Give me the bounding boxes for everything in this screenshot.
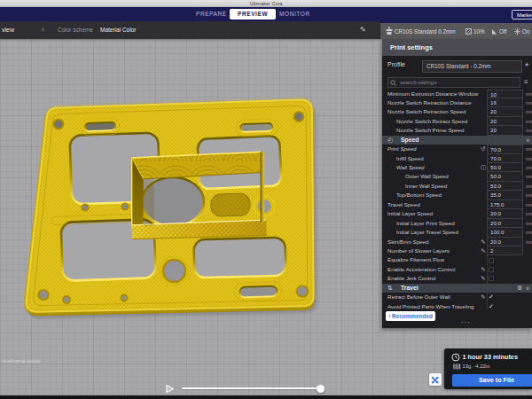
- setting-row[interactable]: Retract Before Outer Wall✎✓: [382, 293, 532, 301]
- material-estimate: 13g · 4.22m: [463, 364, 490, 369]
- setting-row[interactable]: Enable Acceleration Control✎: [382, 265, 532, 274]
- setting-value-field[interactable]: 20: [487, 117, 523, 126]
- setting-row[interactable]: Enable Jerk Control✎: [382, 274, 532, 283]
- setting-row[interactable]: Top/Bottom Speed35.0mm/s: [382, 191, 532, 200]
- setting-row[interactable]: Wall Speedⓘ50.0mm/s: [382, 163, 532, 172]
- setting-value-field[interactable]: 50.0: [487, 172, 523, 181]
- setting-row[interactable]: Nozzle Switch Retract Speed20mm/s: [382, 117, 532, 126]
- setting-row[interactable]: Nozzle Switch Prime Speed20mm/s: [382, 126, 532, 135]
- search-settings-input[interactable]: search settings: [387, 77, 520, 88]
- setting-value-field[interactable]: 20.0: [487, 238, 523, 246]
- setting-value-field[interactable]: 50.0: [487, 182, 523, 191]
- checkbox-checked-icon[interactable]: ✓: [489, 302, 494, 310]
- setting-unit: mm/s: [526, 126, 532, 135]
- settings-section-speed[interactable]: ◴Speed∨: [382, 136, 532, 145]
- section-label: Speed: [401, 136, 419, 145]
- tab-prepare[interactable]: PREPARE: [196, 7, 227, 21]
- setting-row[interactable]: Avoid Printed Parts When Traveling✓: [382, 302, 532, 310]
- print-time-estimate: 1 hour 33 minutes: [463, 353, 518, 361]
- setting-value-field[interactable]: 10: [487, 90, 523, 98]
- window-titlebar: Ultimaker Cura: [0, 0, 532, 7]
- checkbox-empty[interactable]: [489, 276, 494, 281]
- setting-row[interactable]: Outer Wall Speed50.0mm/s: [382, 172, 532, 181]
- setting-row[interactable]: Print Speed↺70.0mm/s: [382, 145, 532, 153]
- print-estimate-panel: 1 hour 33 minutes 13g · 4.22m Save to Fi…: [444, 348, 532, 389]
- setting-row[interactable]: Initial Layer Travel Speed100.0mm/s: [382, 228, 532, 237]
- checkbox-empty[interactable]: [489, 258, 494, 263]
- setting-row[interactable]: Initial Layer Print Speed20.0mm/s: [382, 219, 532, 228]
- setting-row[interactable]: Number of Slower Layers✎2: [382, 246, 532, 255]
- view-type-dropdown[interactable]: view: [2, 21, 14, 39]
- setting-unit: mm: [526, 90, 532, 98]
- setting-row[interactable]: Initial Layer Speed20.0mm/s: [382, 209, 532, 218]
- section-label: Travel: [401, 284, 419, 293]
- settings-rows: Minimum Extrusion Distance Window10mmNoz…: [382, 90, 532, 310]
- save-to-file-button[interactable]: Save to File: [452, 374, 532, 387]
- color-scheme-dropdown[interactable]: Material Color: [100, 21, 136, 39]
- chevron-down-icon[interactable]: ∨: [526, 136, 529, 145]
- setting-row[interactable]: Skirt/Brim Speed✎20.0mm/s: [382, 238, 532, 246]
- column-separator: [487, 255, 488, 264]
- setting-value-field[interactable]: 20.0: [487, 219, 523, 228]
- setting-unit: mm/s: [526, 107, 532, 116]
- setting-value-field[interactable]: 2: [487, 246, 523, 255]
- setting-row[interactable]: Nozzle Switch Retraction Speed20mm/s: [382, 107, 532, 116]
- setting-row[interactable]: Nozzle Switch Retraction Distance16mm: [382, 98, 532, 107]
- adhesion-summary: On: [522, 23, 529, 41]
- favorite-star-icon[interactable]: ★: [524, 61, 529, 68]
- recommended-mode-button[interactable]: ‹ Recommended: [386, 311, 435, 321]
- simulation-play-button[interactable]: [165, 384, 175, 394]
- setting-label: Retract Before Outer Wall: [387, 293, 450, 301]
- setting-row[interactable]: Minimum Extrusion Distance Window10mm: [382, 90, 532, 98]
- clock-icon: [451, 353, 460, 362]
- setting-value-field[interactable]: 20.0: [487, 209, 523, 218]
- panel-resize-dots[interactable]: ···: [461, 318, 471, 326]
- setting-label: Avoid Printed Parts When Traveling: [387, 302, 474, 310]
- setting-value-field[interactable]: 100.0: [487, 228, 523, 237]
- setting-label: Nozzle Switch Retract Speed: [396, 117, 467, 126]
- settings-filter-icon[interactable]: ≡: [524, 77, 528, 88]
- marketplace-button[interactable]: Marketplace: [512, 10, 532, 20]
- checkbox-empty[interactable]: [489, 267, 494, 272]
- setting-row[interactable]: Infill Speed70.0mm/s: [382, 154, 532, 163]
- setting-row[interactable]: Equalize Filament Flow: [382, 255, 532, 264]
- setting-value-field[interactable]: 35.0: [487, 191, 523, 200]
- output-devices-toggle-button[interactable]: [429, 373, 442, 386]
- travel-section-icon: ⇅: [387, 284, 393, 293]
- setting-label: Equalize Filament Flow: [387, 255, 444, 264]
- material-spool-icon: [453, 364, 461, 370]
- setting-label: Print Speed: [387, 145, 416, 153]
- simulation-slider-handle[interactable]: [317, 385, 325, 393]
- chevron-down-icon[interactable]: ∨: [526, 284, 529, 293]
- tab-monitor[interactable]: MONITOR: [279, 7, 310, 21]
- setting-label: Enable Acceleration Control: [387, 265, 455, 274]
- gear-icon[interactable]: ⚙: [517, 284, 522, 293]
- column-separator: [487, 302, 488, 310]
- setting-value-field[interactable]: 70.0: [487, 154, 523, 163]
- setting-unit: mm/s: [526, 200, 532, 209]
- profile-label: Profile: [387, 61, 405, 67]
- setting-value-field[interactable]: 70.0: [487, 145, 523, 153]
- infill-summary: 10%: [473, 23, 485, 41]
- setting-value-field[interactable]: 50.0: [487, 163, 523, 172]
- setting-value-field[interactable]: 175.0: [487, 200, 523, 209]
- setting-unit: mm/s: [526, 172, 532, 181]
- view-options-toolbar: view ‹ Color scheme Material Color ✎: [0, 21, 380, 39]
- column-separator: [487, 274, 488, 283]
- print-setup-summary-bar[interactable]: CR10S Standard 0.2mm 10% Off On: [380, 21, 532, 39]
- profile-dropdown[interactable]: CR10S Standard - 0.2mm: [422, 60, 522, 73]
- checkbox-checked-icon[interactable]: ✓: [489, 293, 494, 301]
- settings-section-travel[interactable]: ⇅Travel⚙∨: [382, 284, 532, 293]
- setting-label: Initial Layer Print Speed: [396, 219, 455, 228]
- window-title: Ultimaker Cura: [250, 1, 283, 6]
- setting-row[interactable]: Travel Speed175.0mm/s: [382, 200, 532, 209]
- tab-preview[interactable]: PREVIEW: [230, 9, 276, 20]
- edit-pencil-icon[interactable]: ✎: [360, 21, 366, 39]
- setting-row[interactable]: Inner Wall Speed50.0mm/s: [382, 182, 532, 191]
- setting-value-field[interactable]: 20: [487, 107, 523, 116]
- collapse-chevron-icon[interactable]: ‹: [42, 21, 44, 38]
- search-icon: [390, 80, 396, 87]
- setting-value-field[interactable]: 16: [487, 98, 523, 107]
- setting-value-field[interactable]: 20: [487, 126, 523, 135]
- setting-label: Skirt/Brim Speed: [387, 238, 428, 246]
